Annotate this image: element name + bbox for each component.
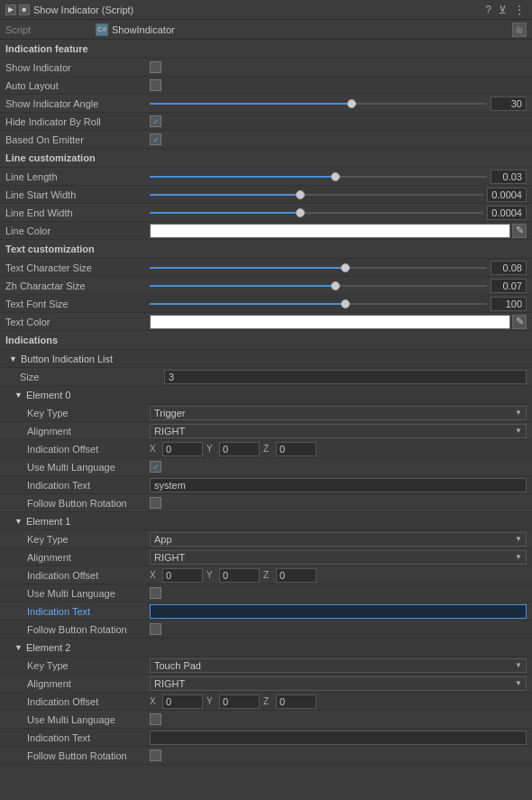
line-start-width-slider[interactable]: 0.0004 — [150, 188, 527, 202]
script-select-button[interactable]: ◎ — [512, 23, 527, 37]
indications-header: Indications — [0, 331, 532, 350]
element-2-use-multi-lang-row: Use Multi Language — [0, 711, 532, 729]
button-indication-list-header[interactable]: ▼ Button Indication List — [0, 350, 532, 368]
hide-indicator-roll-value: ✓ — [150, 115, 527, 127]
element-0-key-type-display: Trigger — [154, 408, 185, 418]
element-1-alignment-dropdown[interactable]: RIGHT ▼ — [150, 550, 527, 565]
element-0-follow-rotation-checkbox[interactable] — [150, 497, 161, 509]
text-font-size-display: 100 — [491, 297, 527, 311]
element-2-z-input[interactable]: 0 — [276, 694, 316, 709]
text-color-picker-button[interactable]: ✎ — [512, 315, 527, 329]
slider-thumb[interactable] — [296, 190, 305, 199]
element-0-key-type-dropdown[interactable]: Trigger ▼ — [150, 406, 527, 420]
show-indicator-row: Show Indicator — [0, 59, 532, 77]
slider-thumb[interactable] — [341, 263, 350, 272]
line-color-label: Line Color — [5, 225, 150, 236]
element-0-indication-offset-row: Indication Offset X 0 Y 0 Z 0 — [0, 440, 532, 458]
element-1-follow-rotation-checkbox[interactable] — [150, 623, 161, 635]
element-1-triangle-icon: ▼ — [14, 517, 23, 526]
element-1-alignment-display: RIGHT — [154, 552, 185, 563]
element-1-label: Element 1 — [26, 516, 71, 527]
element-1-use-multi-lang-label: Use Multi Language — [5, 588, 150, 599]
size-label: Size — [20, 372, 164, 382]
element-0-alignment-dropdown[interactable]: RIGHT ▼ — [150, 424, 527, 438]
chevron-down-icon: ▼ — [515, 679, 522, 687]
help-button[interactable]: ? — [483, 4, 493, 16]
zh-char-size-slider[interactable]: 0.07 — [150, 279, 527, 293]
element-1-z-input[interactable]: 0 — [276, 568, 316, 583]
element-2-alignment-dropdown[interactable]: RIGHT ▼ — [150, 676, 527, 691]
element-0-key-type-row: Key Type Trigger ▼ — [0, 404, 532, 422]
element-0-x-input[interactable]: 0 — [162, 442, 203, 456]
element-2-key-type-dropdown[interactable]: Touch Pad ▼ — [150, 658, 527, 673]
based-on-emitter-value: ✓ — [150, 133, 527, 145]
slider-fill — [150, 285, 335, 287]
text-color-field[interactable] — [150, 315, 510, 329]
element-1-indication-text-value — [150, 604, 527, 619]
zh-char-size-row: Zh Charactar Size 0.07 — [0, 277, 532, 295]
element-1-key-type-dropdown[interactable]: App ▼ — [150, 532, 527, 547]
element-1-header[interactable]: ▼ Element 1 — [0, 512, 532, 530]
line-end-width-row: Line End Width 0.0004 — [0, 204, 532, 222]
element-2-header[interactable]: ▼ Element 2 — [0, 639, 532, 657]
text-color-row: Text Color ✎ — [0, 313, 532, 331]
stop-icon: ■ — [19, 5, 30, 15]
show-indicator-angle-row: Show Indicator Angle 30 — [0, 95, 532, 113]
element-2-use-multi-lang-checkbox[interactable] — [150, 713, 161, 725]
slider-thumb[interactable] — [341, 299, 350, 308]
line-length-slider[interactable]: 0.03 — [150, 170, 527, 184]
line-end-width-slider[interactable]: 0.0004 — [150, 206, 527, 220]
line-length-label: Line Length — [5, 171, 150, 182]
script-cs-icon: C# — [96, 23, 108, 36]
element-0-alignment-label: Alignment — [5, 426, 150, 437]
text-char-size-value: 0.08 — [150, 261, 527, 275]
element-0-z-input[interactable]: 0 — [276, 442, 316, 456]
element-2-follow-rotation-checkbox[interactable] — [150, 749, 161, 761]
element-2-x-input[interactable]: 0 — [162, 694, 203, 709]
element-0-key-type-label: Key Type — [5, 408, 150, 418]
element-0-use-multi-lang-checkbox[interactable]: ✓ — [150, 461, 161, 473]
text-font-size-label: Text Font Size — [5, 299, 150, 309]
element-1-indication-text-input[interactable] — [150, 604, 527, 619]
menu-button[interactable]: ⋮ — [512, 4, 527, 16]
element-2-xyz-field: X 0 Y 0 Z 0 — [150, 694, 527, 709]
script-row: Script C# ShowIndicator ◎ — [0, 20, 532, 40]
line-color-row: Line Color ✎ — [0, 222, 532, 240]
auto-layout-label: Auto Layout — [5, 80, 150, 91]
line-color-picker-button[interactable]: ✎ — [512, 224, 527, 238]
element-1-y-input[interactable]: 0 — [219, 568, 260, 583]
pin-button[interactable]: ⊻ — [497, 4, 509, 16]
element-2-y-input[interactable]: 0 — [219, 694, 260, 709]
indication-feature-header: Indication feature — [0, 40, 532, 59]
text-font-size-slider[interactable]: 100 — [150, 297, 527, 311]
element-1-follow-rotation-label: Follow Button Rotation — [5, 624, 150, 635]
element-0-indication-text-input[interactable]: system — [150, 478, 527, 492]
size-input[interactable]: 3 — [164, 370, 527, 384]
slider-thumb[interactable] — [331, 172, 340, 181]
slider-fill — [150, 194, 300, 196]
slider-thumb[interactable] — [296, 208, 305, 217]
slider-thumb[interactable] — [331, 281, 340, 290]
element-1-use-multi-lang-checkbox[interactable] — [150, 587, 161, 599]
line-length-display: 0.03 — [491, 170, 527, 184]
slider-track — [150, 285, 487, 287]
element-0-y-input[interactable]: 0 — [219, 442, 260, 456]
element-2-indication-text-input[interactable] — [150, 731, 527, 745]
auto-layout-checkbox[interactable] — [150, 79, 161, 91]
text-char-size-label: Text Character Size — [5, 262, 150, 273]
element-0-header[interactable]: ▼ Element 0 — [0, 386, 532, 404]
slider-thumb[interactable] — [347, 99, 356, 108]
element-1-indication-offset-value: X 0 Y 0 Z 0 — [150, 568, 527, 583]
based-on-emitter-checkbox[interactable]: ✓ — [150, 133, 161, 145]
show-indicator-angle-slider[interactable]: 30 — [150, 97, 527, 111]
text-char-size-row: Text Character Size 0.08 — [0, 259, 532, 277]
text-char-size-slider[interactable]: 0.08 — [150, 261, 527, 275]
show-indicator-checkbox[interactable] — [150, 61, 161, 73]
chevron-down-icon: ▼ — [515, 409, 522, 417]
button-indication-list-label: Button Indication List — [21, 354, 113, 364]
x-label: X — [150, 696, 159, 706]
hide-indicator-roll-checkbox[interactable]: ✓ — [150, 115, 161, 127]
element-1-x-input[interactable]: 0 — [162, 568, 203, 583]
line-color-field[interactable] — [150, 224, 510, 238]
line-start-width-label: Line Start Width — [5, 189, 150, 200]
